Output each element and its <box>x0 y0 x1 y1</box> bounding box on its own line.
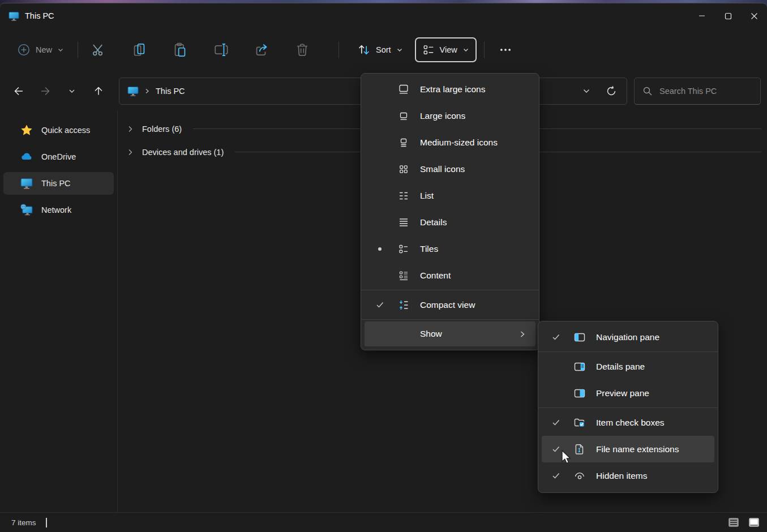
maximize-icon <box>725 12 732 20</box>
minimize-button[interactable] <box>689 3 715 28</box>
submenu-item-label: Details pane <box>596 362 645 372</box>
chevron-right-icon[interactable] <box>126 148 134 156</box>
menu-item-list[interactable]: List <box>361 182 539 209</box>
more-options-button[interactable] <box>492 38 519 62</box>
maximize-button[interactable] <box>715 3 741 28</box>
ellipsis-icon <box>499 44 512 56</box>
menu-item-label: Medium-sized icons <box>420 138 498 148</box>
submenu-item-navigation-pane[interactable]: Navigation pane <box>538 324 718 350</box>
share-icon <box>254 42 269 57</box>
paste-button[interactable] <box>168 37 192 62</box>
menu-item-label: Small icons <box>420 164 465 174</box>
menu-item-label: Show <box>420 329 442 339</box>
submenu-item-hidden-items[interactable]: Hidden items <box>538 462 718 489</box>
chevron-right-icon[interactable] <box>126 125 134 133</box>
statusbar: 7 items <box>0 512 767 532</box>
details-view-toggle[interactable] <box>726 515 741 530</box>
submenu-item-item-check-boxes[interactable]: Item check boxes <box>538 409 718 436</box>
hidden-items-eye-icon <box>570 470 589 482</box>
toolbar-separator <box>484 41 485 58</box>
sidebar-item-network[interactable]: Network <box>3 199 114 221</box>
menu-separator <box>361 319 539 320</box>
submenu-item-preview-pane[interactable]: Preview pane <box>538 380 718 406</box>
menu-item-label: Extra large icons <box>420 84 485 95</box>
items-count: 7 items <box>11 518 36 527</box>
menu-item-medium-sized-icons[interactable]: Medium-sized icons <box>361 129 539 156</box>
sidebar-item-quick-access[interactable]: Quick access <box>3 119 114 141</box>
file-name-extensions-icon <box>570 444 589 455</box>
toolbar-separator <box>338 41 339 58</box>
delete-button[interactable] <box>290 37 315 62</box>
minimize-icon <box>699 12 705 19</box>
submenu-item-label: Hidden items <box>596 471 647 481</box>
plus-circle-icon <box>17 43 31 57</box>
forward-button[interactable] <box>35 80 56 102</box>
copy-button[interactable] <box>127 37 152 62</box>
submenu-item-file-name-extensions[interactable]: File name extensions <box>542 436 714 462</box>
view-button[interactable]: View <box>415 38 476 62</box>
sidebar-item-onedrive[interactable]: OneDrive <box>3 145 114 168</box>
rename-button[interactable] <box>208 37 233 62</box>
share-button[interactable] <box>249 37 274 62</box>
search-input[interactable] <box>659 87 755 96</box>
onedrive-cloud-icon <box>20 151 33 163</box>
group-count: (6) <box>172 125 182 134</box>
menu-item-show[interactable]: Show <box>365 321 535 346</box>
sidebar-item-label: This PC <box>41 179 71 188</box>
command-toolbar: New Sort <box>0 28 767 71</box>
medium-sized-icons-icon <box>394 137 413 148</box>
network-icon <box>20 204 33 216</box>
rename-icon <box>213 42 228 57</box>
trash-icon <box>295 42 310 57</box>
menu-separator <box>361 290 539 290</box>
sort-button[interactable]: Sort <box>352 38 409 61</box>
submenu-chevron-right-icon <box>518 330 526 338</box>
refresh-button[interactable] <box>601 80 622 102</box>
group-count: (1) <box>214 148 224 157</box>
menu-item-extra-large-icons[interactable]: Extra large icons <box>361 76 539 102</box>
up-button[interactable] <box>88 80 109 102</box>
bullet-icon <box>378 247 382 251</box>
group-label: Folders <box>142 125 169 134</box>
view-tiles-icon <box>422 44 435 56</box>
menu-item-label: Large icons <box>420 111 465 121</box>
menu-item-small-icons[interactable]: Small icons <box>361 156 539 182</box>
menu-item-label: Compact view <box>420 300 475 310</box>
tiles-icon <box>394 243 413 255</box>
navigation-pane: Quick access OneDrive This PC Network <box>0 111 118 512</box>
chevron-down-icon <box>396 46 403 53</box>
this-pc-monitor-icon <box>127 85 139 97</box>
back-button[interactable] <box>8 80 29 102</box>
titlebar-app-identity: This PC <box>0 11 54 22</box>
sidebar-item-label: OneDrive <box>41 152 76 161</box>
new-button[interactable]: New <box>11 38 70 61</box>
arrow-up-icon <box>93 85 104 97</box>
menu-item-tiles[interactable]: Tiles <box>361 235 539 262</box>
details-icon <box>394 217 413 228</box>
menu-item-label: List <box>420 191 434 201</box>
details-pane-icon <box>570 361 589 372</box>
thumbnail-view-toggle[interactable] <box>747 515 761 530</box>
menu-separator <box>538 351 718 352</box>
menu-item-compact-view[interactable]: Compact view <box>361 291 539 318</box>
cut-button[interactable] <box>86 37 111 62</box>
chevron-down-icon <box>582 87 591 96</box>
search-box[interactable] <box>634 78 761 105</box>
show-submenu: Navigation pane Details pane Preview pan… <box>538 321 718 493</box>
address-bar-controls <box>576 80 622 102</box>
paste-clipboard-icon <box>173 42 187 57</box>
close-button[interactable] <box>741 3 767 28</box>
recent-locations-button[interactable] <box>61 80 83 102</box>
submenu-item-details-pane[interactable]: Details pane <box>538 353 718 380</box>
sidebar-item-label: Network <box>41 205 71 214</box>
breadcrumb-item-this-pc[interactable]: This PC <box>156 87 185 96</box>
breadcrumb: This PC <box>127 85 185 97</box>
menu-item-large-icons[interactable]: Large icons <box>361 102 539 129</box>
view-button-label: View <box>440 45 457 54</box>
new-button-label: New <box>36 45 52 54</box>
menu-item-content[interactable]: Content <box>361 262 539 289</box>
address-dropdown-button[interactable] <box>576 80 597 102</box>
compact-view-icon <box>394 299 413 311</box>
menu-item-details[interactable]: Details <box>361 209 539 235</box>
sidebar-item-this-pc[interactable]: This PC <box>3 172 114 195</box>
